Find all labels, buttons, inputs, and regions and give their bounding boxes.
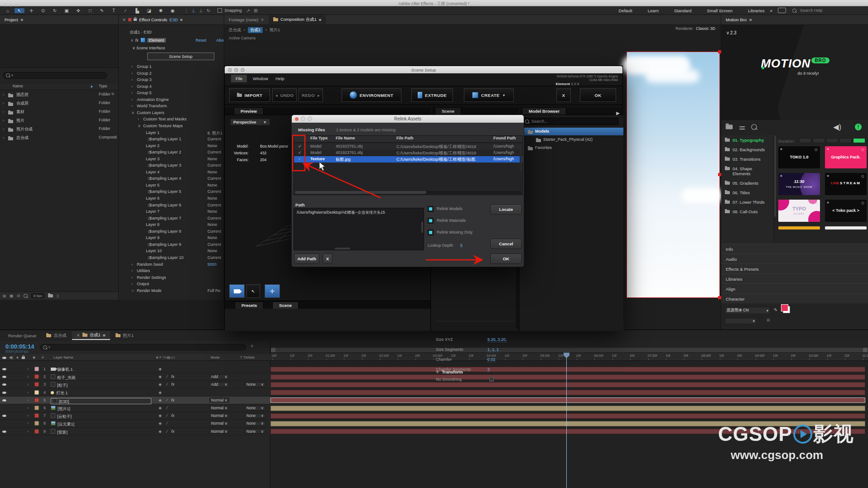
- close-tab-icon[interactable]: ✕: [122, 17, 126, 22]
- expand-arrow[interactable]: ›: [27, 413, 29, 418]
- brush-tool-icon[interactable]: ∕: [121, 8, 130, 13]
- expand-arrow[interactable]: ›: [27, 398, 29, 402]
- blend-mode-select[interactable]: Normal∨: [209, 429, 229, 434]
- presets-tab[interactable]: Presets: [235, 301, 264, 309]
- view-axis-icon[interactable]: ↻: [207, 8, 210, 13]
- model-browser-item[interactable]: ▾ Models: [520, 128, 623, 135]
- property-value[interactable]: None: [207, 183, 217, 187]
- effect-property-row[interactable]: ◷ Sampling Layer 9 Current: [119, 242, 224, 248]
- quality-switch[interactable]: ∕: [167, 429, 168, 434]
- property-value[interactable]: None: [207, 222, 217, 227]
- duration-segment[interactable]: [853, 138, 865, 143]
- ok-button[interactable]: OK: [580, 88, 616, 102]
- blend-mode-select[interactable]: Normal∨: [209, 421, 229, 426]
- alert-icon[interactable]: !: [855, 124, 862, 130]
- selected-layer-image[interactable]: [627, 52, 719, 297]
- property-value[interactable]: Current: [207, 163, 221, 167]
- menu-file[interactable]: File: [231, 75, 247, 82]
- close-icon[interactable]: ✕: [77, 333, 80, 338]
- eye-icon[interactable]: [2, 415, 6, 417]
- property-value[interactable]: Current: [207, 216, 221, 220]
- category--typography[interactable]: 01. Typography: [721, 135, 774, 145]
- materials-scene-tab[interactable]: Scene: [272, 301, 299, 309]
- zoom-tool-icon[interactable]: ⊙: [38, 8, 48, 13]
- workspace-learn[interactable]: Learn: [648, 8, 659, 13]
- sort-asc-icon[interactable]: ▲: [90, 84, 93, 88]
- duration-filter[interactable]: [799, 138, 865, 143]
- current-timecode[interactable]: 0:00:05:14: [5, 343, 34, 350]
- layer-duration-bar[interactable]: [270, 382, 865, 388]
- list-view-icon[interactable]: ▤: [3, 294, 6, 298]
- timeline-view-options[interactable]: ⚘: [250, 344, 254, 349]
- puppet-tool-icon[interactable]: ◉: [168, 8, 178, 13]
- property-value[interactable]: Current: [207, 176, 221, 181]
- bit-depth-button[interactable]: 8 bpc: [31, 293, 45, 298]
- workspace-overflow[interactable]: »: [770, 8, 772, 13]
- quality-switch[interactable]: ∕: [167, 374, 168, 379]
- create-button[interactable]: CREATE▼: [464, 88, 514, 102]
- filter-settings-icon[interactable]: ⚌: [739, 123, 745, 131]
- scene-setup-button[interactable]: Scene Setup: [147, 53, 214, 60]
- renderer-info[interactable]: Renderer: Classic 3D: [675, 26, 715, 31]
- label-color-chip[interactable]: [34, 429, 39, 434]
- dock-panel-character[interactable]: Character: [721, 293, 868, 303]
- effect-property-row[interactable]: Layer 9 None: [119, 235, 224, 241]
- panel-menu-icon[interactable]: ≡: [319, 17, 322, 22]
- sound-icon[interactable]: ◀): [833, 123, 841, 131]
- property-value[interactable]: Current: [207, 189, 221, 194]
- effect-property-row[interactable]: ◷ Sampling Layer 7 Current: [119, 215, 224, 222]
- favorite-star-icon[interactable]: ☆: [814, 147, 818, 152]
- project-search-input[interactable]: ▾: [3, 72, 107, 79]
- layer-duration-bar[interactable]: [270, 406, 865, 411]
- snapping-checkbox[interactable]: [217, 8, 222, 13]
- dock-panel-align[interactable]: Align: [721, 283, 868, 293]
- collapse-switch[interactable]: ◈: [159, 382, 162, 387]
- duration-segment[interactable]: [813, 138, 825, 143]
- work-area-start-handle[interactable]: [271, 348, 275, 352]
- cancel-button[interactable]: Cancel: [490, 239, 522, 249]
- work-area-bar[interactable]: [270, 347, 868, 353]
- stamp-tool-icon[interactable]: ▙: [132, 8, 142, 13]
- move-tool-button[interactable]: ✛: [265, 284, 280, 298]
- property-value[interactable]: None: [207, 196, 217, 201]
- preset-thumbnail[interactable]: ☆ ◉Graphics Pack.: [825, 146, 867, 168]
- collapse-switch[interactable]: ◈: [159, 406, 162, 410]
- expand-arrow[interactable]: ›: [27, 406, 29, 410]
- quality-switch[interactable]: ∕: [167, 406, 168, 410]
- effect-property-row[interactable]: ∨ Custom Layers: [119, 110, 224, 116]
- property-value[interactable]: None: [207, 144, 217, 148]
- missing-file-row[interactable]: ✓ Model 401923761.obj C:/Users/keke/Desk…: [294, 150, 522, 156]
- view-select[interactable]: Perspective▼: [230, 119, 270, 125]
- collapse-switch[interactable]: ◈: [159, 398, 162, 402]
- quality-switch[interactable]: ∕: [167, 413, 168, 418]
- project-column-headers[interactable]: Name ▲ Type: [0, 84, 118, 90]
- selection-tool-icon[interactable]: ↖: [14, 8, 24, 13]
- property-value[interactable]: 5000: [207, 262, 217, 267]
- scene-tab[interactable]: Scene: [435, 107, 461, 115]
- lookup-depth-value[interactable]: 5: [460, 243, 463, 248]
- preset-thumbnail[interactable]: ☆ ◉TOKO 1.0: [778, 146, 820, 168]
- category--lower-thirds[interactable]: 07. Lower Thirds: [721, 197, 774, 207]
- preset-thumbnail[interactable]: ☆ ◉LIVE STREAM: [825, 173, 867, 195]
- axis-mode-icon[interactable]: ⊥: [192, 8, 196, 13]
- effect-property-row[interactable]: › Utilities: [119, 268, 224, 274]
- layer-row[interactable]: › 5 [E3D] ◈ ∕ fx Normal∨: [0, 397, 270, 404]
- fx-switch[interactable]: fx: [171, 382, 174, 387]
- edit-value[interactable]: 0.02: [487, 357, 496, 362]
- scrollbar[interactable]: [774, 135, 776, 217]
- type-tool-icon[interactable]: T: [109, 8, 119, 13]
- layer-row[interactable]: › 8 [云元素1] ◈ ∕ Normal∨ None∨: [0, 420, 270, 427]
- category--gradients[interactable]: 05. Gradients: [721, 178, 774, 188]
- panel-menu-icon[interactable]: ≡: [103, 333, 106, 338]
- panel-menu-icon[interactable]: ≡: [21, 17, 24, 22]
- layer-row[interactable]: › 4 灯光 1 ◈: [0, 389, 270, 397]
- checkbox-checked[interactable]: [428, 206, 434, 212]
- new-folder-icon[interactable]: [48, 294, 53, 297]
- blend-mode-select[interactable]: Add∨: [209, 382, 229, 387]
- relink-option[interactable]: Relink Missing Only: [428, 229, 473, 235]
- eye-icon[interactable]: [2, 383, 6, 386]
- select-tool-button[interactable]: ↖: [246, 284, 260, 298]
- table-header[interactable]: File Type File Name File Path Found Path: [294, 136, 522, 143]
- expand-arrow[interactable]: ›: [27, 374, 29, 379]
- effect-property-row[interactable]: ◷ Sampling Layer 2 Current: [119, 149, 224, 156]
